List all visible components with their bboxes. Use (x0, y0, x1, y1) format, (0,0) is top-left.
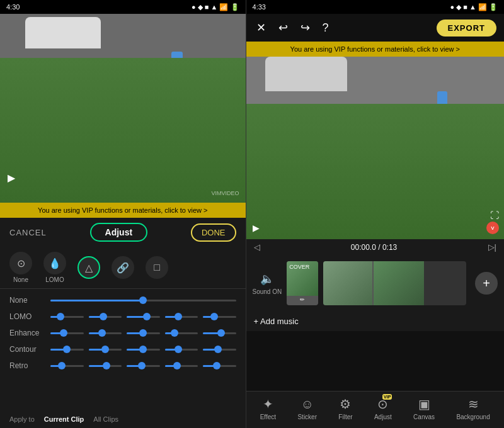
tool-sticker[interactable]: ☺ Sticker (297, 397, 317, 420)
filter-lomo-label: LOMO (45, 276, 64, 283)
filter-retro-icon: □ (146, 256, 168, 279)
time-right: 4:33 (253, 3, 266, 11)
bottom-toolbar: ✦ Effect ☺ Sticker ⚙ Filter ⊙ VIP Adjust… (246, 391, 504, 428)
current-time: 00:00.0 (351, 243, 376, 252)
fullscreen-button[interactable]: ⛶ (490, 210, 499, 220)
van-shape-right (265, 57, 347, 91)
adj-label-retro: Retro (9, 361, 44, 370)
right-video-preview: ▶ V ⛶ (246, 57, 504, 239)
close-button[interactable]: ✕ (254, 18, 268, 37)
filter-contour-icon: 🔗 (112, 256, 134, 279)
status-bar-left: 4:30 ● ◆ ■ ▲ 📶 🔋 (0, 0, 246, 14)
status-bar-right: 4:33 ● ◆ ■ ▲ 📶 🔋 (246, 0, 504, 14)
nav-left-group: ✕ ↩ ↪ ? (254, 18, 331, 37)
watermark-left: VIMVIDEO (212, 190, 239, 196)
top-nav-right: ✕ ↩ ↪ ? EXPORT (246, 14, 504, 42)
filter-none[interactable]: ⊙ None (9, 252, 32, 283)
sound-label: Sound ON (253, 288, 282, 295)
cover-label: COVER (289, 264, 309, 270)
background-icon: ≋ (468, 397, 479, 412)
adj-label-enhance: Enhance (9, 329, 44, 337)
filter-none-icon: ⊙ (9, 252, 32, 274)
filter-lomo-icon: 💧 (43, 252, 66, 274)
status-icons-left: ● ◆ ■ ▲ 📶 🔋 (192, 3, 239, 11)
video-clips-track (323, 261, 466, 305)
tool-background[interactable]: ≋ Background (456, 397, 490, 420)
adj-slider-none[interactable] (50, 300, 236, 301)
done-button[interactable]: DONE (191, 223, 236, 242)
adj-slider-lomo[interactable] (50, 316, 236, 318)
cancel-button[interactable]: CANCEL (9, 228, 47, 237)
timeline-bar: ◁ 00:00.0 / 0:13 ▷| (246, 239, 504, 255)
tool-filter[interactable]: ⚙ Filter (338, 397, 352, 420)
apply-row: Apply to Current Clip All Clips (0, 410, 246, 428)
adjustments-list: None LOMO Enhance (0, 289, 246, 410)
adj-row-contour: Contour (0, 341, 246, 358)
sound-control[interactable]: 🔈 Sound ON (253, 272, 282, 295)
clip-segment-2[interactable] (374, 261, 424, 305)
adjust-toolbar: CANCEL Adjust DONE (0, 218, 246, 247)
adj-label-contour: Contour (9, 345, 44, 354)
add-music-row: + Add music (246, 312, 504, 331)
filter-none-label: None (13, 276, 28, 283)
tool-adjust[interactable]: ⊙ VIP Adjust (374, 397, 392, 420)
tool-effect[interactable]: ✦ Effect (260, 397, 276, 420)
adj-label-lomo: LOMO (9, 312, 44, 321)
apply-current-clip[interactable]: Current Clip (44, 415, 84, 423)
play-button-right[interactable]: ▶ (253, 223, 260, 233)
filter-enhance[interactable]: △ (77, 256, 100, 279)
left-video-preview: ▶ VIMVIDEO (0, 14, 246, 203)
adjust-label: Adjust (374, 414, 392, 420)
adj-slider-contour[interactable] (50, 349, 236, 351)
sticker-label: Sticker (297, 414, 317, 420)
adj-slider-retro[interactable] (50, 365, 236, 367)
apply-all-clips[interactable]: All Clips (93, 415, 118, 423)
filter-label: Filter (338, 414, 352, 420)
canvas-label: Canvas (413, 414, 435, 420)
background-label: Background (456, 414, 490, 420)
help-button[interactable]: ? (320, 19, 331, 37)
vip-banner-left[interactable]: You are using VIP functions or materials… (0, 203, 246, 218)
redo-button[interactable]: ↪ (298, 18, 312, 37)
canvas-icon: ▣ (418, 397, 430, 412)
effect-icon: ✦ (263, 397, 273, 412)
add-music-label: + Add music (254, 317, 299, 326)
add-clip-button[interactable]: + (475, 272, 498, 295)
export-button[interactable]: EXPORT (437, 20, 496, 37)
play-button-left[interactable]: ▶ (8, 172, 15, 184)
cover-edit-icon: ✏ (300, 296, 305, 303)
time-left: 4:30 (6, 3, 20, 11)
clip-segment-1[interactable] (323, 261, 374, 305)
total-time: 0:13 (382, 243, 397, 252)
vip-badge-adjust: VIP (382, 394, 392, 400)
filter-enhance-icon: △ (77, 256, 100, 279)
vimvideo-logo-right: V (486, 222, 499, 234)
grass-area-left (0, 58, 246, 203)
left-panel: 4:30 ● ◆ ■ ▲ 📶 🔋 ▶ VIMVIDEO You are usin… (0, 0, 246, 428)
filter-icon: ⚙ (340, 397, 351, 412)
adj-row-lomo: LOMO (0, 308, 246, 325)
cover-thumbnail[interactable]: COVER ✏ (287, 261, 318, 305)
time-separator: / (378, 243, 382, 252)
timeline-start-icon: ◁ (254, 242, 260, 252)
adjust-icon: ⊙ VIP (377, 397, 388, 412)
add-music-button[interactable]: + Add music (254, 317, 299, 326)
effect-label: Effect (260, 414, 276, 420)
vip-banner-right[interactable]: You are using VIP functions or materials… (246, 42, 504, 57)
filter-lomo[interactable]: 💧 LOMO (43, 252, 66, 283)
timeline-track: 🔈 Sound ON COVER ✏ + (246, 255, 504, 312)
filter-icons-row: ⊙ None 💧 LOMO △ 🔗 □ (0, 247, 246, 289)
adj-label-none: None (9, 296, 44, 305)
adj-row-retro: Retro (0, 358, 246, 374)
filter-contour[interactable]: 🔗 (112, 256, 134, 279)
time-display: 00:00.0 / 0:13 (260, 243, 488, 252)
adjust-button[interactable]: Adjust (90, 223, 148, 242)
adj-row-enhance: Enhance (0, 325, 246, 341)
adj-slider-enhance[interactable] (50, 332, 236, 334)
sticker-icon: ☺ (301, 397, 314, 412)
tool-canvas[interactable]: ▣ Canvas (413, 397, 435, 420)
undo-button[interactable]: ↩ (276, 18, 290, 37)
filter-retro[interactable]: □ (146, 256, 168, 279)
adj-row-none: None (0, 292, 246, 308)
van-shape-left (25, 17, 101, 48)
